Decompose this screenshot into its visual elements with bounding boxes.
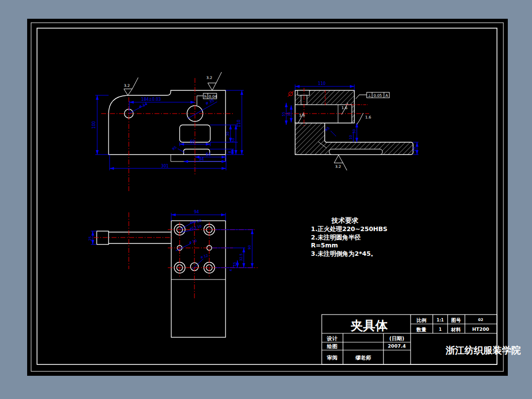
dim-slot-width: 60: [190, 140, 195, 144]
fcf-value: 0.04: [209, 94, 217, 99]
section-fcf-datum: A: [385, 93, 388, 98]
design-label: 设计: [327, 335, 338, 341]
tech-req-line-2: 2.未注明圆角半径: [311, 234, 361, 241]
part-name: 夹具体: [350, 319, 388, 333]
dim-64: 64: [206, 153, 211, 157]
bottom-dim-width: 94: [194, 210, 199, 214]
scale-label: 比例: [417, 318, 426, 323]
drawing-canvas: [27, 19, 508, 376]
draft-label: 绘图: [327, 343, 338, 349]
dim-hole-spacing: 184±0.03: [141, 97, 161, 102]
drawing-no-value: 02: [478, 318, 483, 322]
section-dim-width: 110: [318, 81, 325, 86]
fcf-symbol: h: [204, 94, 207, 99]
material-label: 材料: [451, 327, 461, 332]
dim-total-length: 301: [161, 164, 168, 168]
bottom-dim-4: 4: [229, 269, 233, 271]
drawing-no-label: 图号: [451, 318, 461, 323]
roughness-right-value: 3.2: [206, 76, 212, 80]
review-label: 审阅: [327, 355, 338, 360]
rough-bottom-value: 3.2: [335, 164, 341, 169]
cad-viewport: 184±0.03 ø 14 ø 35 100 30 50 110 8 60 64…: [0, 0, 532, 399]
dim-step: 50: [231, 138, 235, 143]
tech-req-title: 技术要求: [331, 216, 359, 224]
rough-right-value: 1.6: [365, 115, 371, 120]
section-fcf-symbol: ⊥: [368, 93, 372, 98]
dim-94: 94: [199, 157, 204, 161]
section-dim-bore: 35: [287, 112, 291, 117]
bottom-dim-15: 15: [233, 262, 237, 267]
reviewer-name: 缪老师: [355, 355, 371, 360]
cad-drawing: 184±0.03 ø 14 ø 35 100 30 50 110 8 60 64…: [0, 0, 532, 399]
organization-name: 浙江纺织服装学院: [445, 345, 521, 356]
date-label: (日期): [389, 335, 405, 341]
qty-value: 1: [439, 327, 442, 332]
dim-slot-height: 30: [226, 132, 230, 136]
scale-value: 1:1: [437, 318, 444, 322]
roughness-left-value: 3.2: [124, 83, 130, 88]
tech-req-line-3: R=5mm: [311, 241, 338, 249]
tech-req-line-1: 1.正火处理220~250HBS: [311, 225, 387, 233]
bottom-dim-span: 90: [248, 245, 252, 250]
rough-step-value: 1.6: [342, 106, 347, 110]
section-dim-notch: 30: [352, 129, 356, 134]
qty-label: 数量: [416, 327, 426, 332]
material-value: HT200: [472, 326, 490, 332]
section-dim-flange: 16: [413, 147, 417, 151]
dim-tab: 8: [228, 151, 232, 153]
section-dim-depth: 10: [349, 135, 353, 140]
section-dim-outer: 55: [282, 112, 286, 117]
dim-height-left: 100: [92, 121, 96, 128]
dim-height-right: 110: [237, 120, 241, 127]
rough-bore-value: 1.6: [299, 113, 305, 118]
date-value: 2007.4: [388, 343, 406, 349]
bottom-dim-arm: 25: [88, 237, 92, 241]
bottom-dim-325: 32.5: [239, 253, 243, 261]
section-fcf-value: 0.05: [374, 93, 382, 98]
tech-req-line-4: 3.未注明倒角为2*45。: [311, 250, 377, 257]
